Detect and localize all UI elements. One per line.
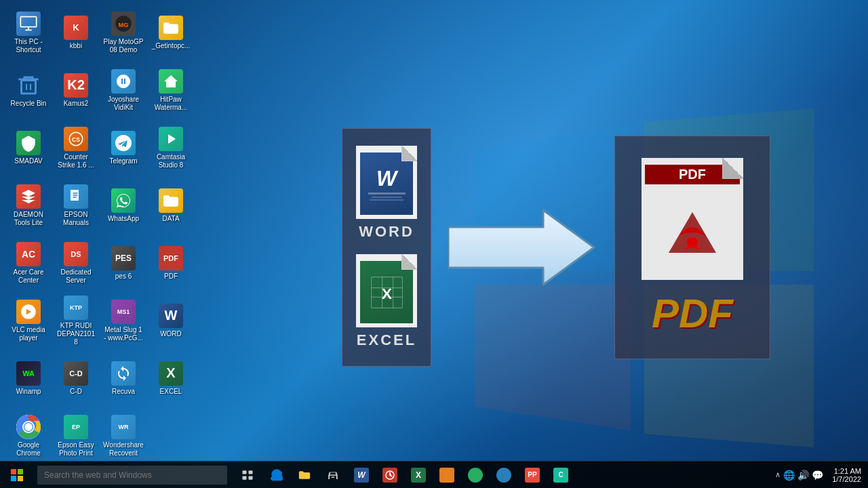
excel-source-item: X EXCEL [356, 254, 417, 349]
svg-rect-4 [20, 16, 36, 26]
start-button[interactable] [0, 462, 34, 489]
arrow-svg [448, 203, 597, 291]
word-file-icon: W [356, 146, 417, 219]
icon-smadav[interactable]: SMADAV [5, 121, 52, 175]
icon-cd[interactable]: C-D C-D [53, 351, 99, 405]
desktop-icons-area: This PC - Shortcut K kbbi MG Play MotoGP… [0, 0, 203, 461]
word-label: WORD [359, 223, 414, 241]
search-input[interactable] [37, 466, 227, 485]
pdf-file-icon: PDF [642, 158, 743, 280]
taskbar-app-green[interactable] [462, 462, 489, 489]
icon-data[interactable]: DATA [148, 178, 194, 232]
icon-vlc[interactable]: VLC media player [5, 293, 52, 348]
time-display: 1:21 AM [834, 467, 861, 475]
taskbar-app-teal[interactable]: C [547, 462, 574, 489]
pdf-result-label: PDF [652, 290, 733, 337]
icon-ktp-rudi[interactable]: KTP KTP RUDI DEPAN21018 [53, 293, 99, 348]
icon-joyoshare[interactable]: Joyoshare VidiKit [100, 63, 146, 117]
icon-epson-manuals[interactable]: EPSON Manuals [53, 178, 99, 232]
svg-marker-22 [448, 210, 594, 285]
icon-getintopc[interactable]: _Getintopc... [148, 5, 194, 60]
svg-marker-10 [168, 134, 176, 144]
expand-tray-button[interactable]: ∧ [775, 470, 781, 479]
taskbar: W X PP C [0, 461, 868, 488]
excel-label: EXCEL [357, 331, 416, 349]
source-box: W WORD [342, 128, 431, 367]
taskbar-app-red[interactable] [376, 462, 403, 489]
notification-icon[interactable]: 💬 [812, 470, 823, 481]
taskbar-task-view[interactable] [234, 462, 261, 489]
system-tray: ∧ 🌐 🔊 💬 1:21 AM 1/7/2022 [775, 467, 868, 483]
icon-camtasia[interactable]: Camtasia Studio 8 [148, 121, 194, 175]
network-icon[interactable]: 🌐 [783, 470, 795, 481]
icon-epson-photo[interactable]: EP Epson Easy Photo Print [53, 409, 99, 463]
taskbar-edge[interactable] [262, 462, 290, 489]
icon-acer-care[interactable]: AC Acer Care Center [5, 236, 52, 290]
desktop: This PC - Shortcut K kbbi MG Play MotoGP… [0, 0, 868, 488]
icon-recuva[interactable]: Recuva [100, 351, 146, 405]
icon-kamus2[interactable]: K2 Kamus2 [53, 63, 99, 117]
icon-word-document[interactable]: W WORD [148, 293, 194, 348]
svg-rect-7 [22, 80, 36, 94]
icon-hitpaw[interactable]: HitPaw Waterma... [148, 63, 194, 117]
svg-rect-26 [243, 476, 247, 479]
svg-rect-25 [249, 470, 253, 474]
svg-rect-27 [249, 476, 253, 479]
volume-icon[interactable]: 🔊 [797, 470, 809, 481]
svg-text:X: X [381, 284, 392, 302]
icon-recycle-bin[interactable]: Recycle Bin [5, 63, 52, 117]
icon-pdf-shortcut[interactable]: PDF PDF [148, 236, 194, 290]
conversion-graphic: W WORD [258, 41, 854, 454]
icon-metalslug[interactable]: MS1 Metal Slug 1 - www.PcG... [100, 293, 146, 348]
taskbar-word[interactable]: W [348, 462, 375, 489]
pdf-acrobat-symbol [658, 188, 726, 277]
result-box: PDF PDF [614, 136, 770, 359]
icon-kbbi[interactable]: K kbbi [53, 5, 99, 60]
excel-file-icon: X [356, 254, 417, 327]
pdf-banner: PDF [645, 165, 740, 184]
icon-counter-strike[interactable]: CS Counter Strike 1.6 ... [53, 121, 99, 175]
date-display: 1/7/2022 [832, 475, 861, 483]
pdf-file-body: PDF [645, 161, 740, 277]
taskbar-app-blue2[interactable] [490, 462, 517, 489]
taskbar-file-explorer[interactable] [291, 462, 318, 489]
icon-telegram[interactable]: Telegram [100, 121, 146, 175]
icon-wondershare[interactable]: WR Wondershare Recoverit [100, 409, 146, 463]
icon-dedicated-server[interactable]: DS Dedicated Server [53, 236, 99, 290]
icon-winamp[interactable]: WA Winamp [5, 351, 52, 405]
svg-text:MG: MG [118, 21, 128, 28]
taskbar-app-orange[interactable]: PP [519, 462, 546, 489]
taskbar-excel[interactable]: X [405, 462, 432, 489]
system-tray-icons: ∧ 🌐 🔊 💬 [775, 470, 823, 481]
svg-point-15 [24, 423, 33, 431]
icon-excel-shortcut[interactable]: X EXCEL [148, 351, 194, 405]
svg-rect-24 [243, 470, 247, 474]
clock-display[interactable]: 1:21 AM 1/7/2022 [832, 467, 861, 483]
icon-daemon-tools[interactable]: DAEMON Tools Lite [5, 178, 52, 232]
icon-pes6[interactable]: PES pes 6 [100, 236, 146, 290]
svg-text:CS: CS [72, 136, 80, 143]
taskbar-store[interactable] [319, 462, 347, 489]
icon-google-chrome[interactable]: Google Chrome [5, 409, 52, 463]
icon-this-pc[interactable]: This PC - Shortcut [5, 5, 52, 60]
taskbar-app-icons: W X PP C [234, 462, 574, 489]
taskbar-app-yellow[interactable] [433, 462, 460, 489]
icon-motogp[interactable]: MG Play MotoGP 08 Demo [100, 5, 146, 60]
windows-logo [11, 469, 23, 481]
icon-whatsapp[interactable]: WhatsApp [100, 178, 146, 232]
word-source-item: W WORD [356, 146, 417, 241]
conversion-arrow [441, 203, 604, 291]
